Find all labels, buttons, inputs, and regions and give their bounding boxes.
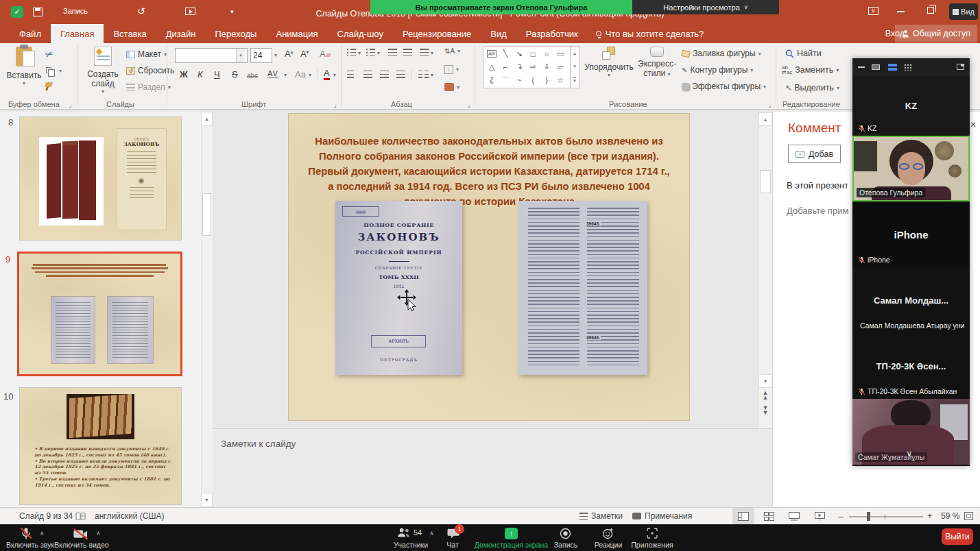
curve-shape-icon[interactable]: ~ [512, 74, 526, 87]
tab-home[interactable]: Главная [51, 24, 104, 43]
ribbon-display-options-icon[interactable]: ∨ [868, 7, 879, 15]
bullets-icon[interactable] [347, 49, 356, 56]
arc-shape-icon[interactable]: ⌒ [499, 74, 512, 87]
slide-body-text[interactable]: Наибольшее количество законодательных ак… [304, 134, 673, 209]
shape-outline-button[interactable]: ✎ Контур фигуры▾ [682, 65, 753, 75]
main-scroll-up-button[interactable]: ▲ [758, 112, 772, 126]
bullets-dropdown-icon[interactable]: ▾ [358, 50, 361, 56]
text-shadow-button[interactable]: abc [247, 72, 258, 79]
participants-button[interactable]: Участники [391, 541, 431, 549]
panel-minimize-icon[interactable] [858, 66, 865, 68]
tell-me-box[interactable]: Что вы хотите сделать? [588, 24, 713, 43]
restore-button[interactable] [927, 7, 934, 14]
slide8-thumbnail[interactable]: СВОДЪ ЗАКОНОВЪ [19, 117, 182, 241]
slide9-thumbnail-selected[interactable] [17, 252, 182, 376]
font-color-button[interactable]: A [324, 68, 330, 80]
copy-icon[interactable] [46, 67, 51, 73]
video-options-chevron-icon[interactable]: ∧ [96, 530, 101, 537]
slide-counter[interactable]: Слайд 9 из 34 [19, 511, 73, 521]
muted-mic-icon[interactable] [19, 527, 33, 540]
fit-slide-to-window-icon[interactable] [964, 512, 973, 520]
zoom-slider-track[interactable] [849, 516, 923, 517]
tab-file[interactable]: Файл [10, 24, 51, 43]
language-indicator[interactable]: английский (США) [95, 511, 164, 521]
shapes-gallery-scrollbar[interactable]: ▴ ▾ ▾ [571, 46, 579, 88]
share-button[interactable]: Общий доступ [895, 25, 977, 42]
mic-options-chevron-icon[interactable]: ∧ [40, 530, 45, 537]
zoom-percentage[interactable]: 59 % [941, 511, 959, 521]
zoom-view-button[interactable]: Вид [949, 3, 978, 20]
section-button[interactable]: Раздел▾ [126, 82, 171, 92]
elbow-connector-icon[interactable]: ⌐ [499, 60, 512, 73]
align-center-icon[interactable] [363, 71, 372, 78]
reactions-icon[interactable] [602, 528, 614, 539]
unmute-button[interactable]: Включить звук [2, 541, 58, 549]
paste-button[interactable]: Вставить ▾ [5, 47, 43, 86]
convert-smartart-button[interactable]: ▾ [444, 83, 459, 91]
columns-dropdown-icon[interactable]: ▾ [431, 72, 433, 78]
line-shape-icon[interactable]: ╲ [499, 47, 512, 60]
tab-animations[interactable]: Анимация [266, 24, 327, 43]
zoom-slider-thumb[interactable] [867, 512, 870, 521]
normal-view-button[interactable] [732, 508, 754, 524]
justify-icon[interactable] [396, 71, 405, 78]
slide-right-image[interactable]: 39645. 39646. [518, 201, 647, 375]
slideshow-view-button[interactable] [809, 508, 830, 524]
zoom-out-button[interactable]: – [838, 511, 844, 522]
copy-dropdown-icon[interactable]: ▾ [59, 68, 62, 74]
leave-meeting-button[interactable]: Выйти [942, 528, 973, 545]
underline-button[interactable]: Ч [214, 69, 220, 79]
align-right-icon[interactable] [380, 71, 389, 78]
zoom-in-button[interactable]: + [927, 511, 933, 521]
strip-view-icon[interactable] [888, 64, 897, 71]
scroll-up-icon[interactable]: ▴ [573, 51, 576, 56]
clipboard-dialog-launcher-icon[interactable]: ⌟ [69, 101, 72, 108]
line-spacing-dropdown-icon[interactable]: ▾ [431, 50, 433, 56]
thumbnails-scrollbar-thumb[interactable] [202, 193, 211, 236]
font-dialog-launcher-icon[interactable]: ⌟ [333, 101, 337, 108]
chevron-down-icon[interactable]: ▾ [236, 49, 245, 62]
elbow-arrow-connector-icon[interactable]: ↴ [512, 60, 526, 73]
flowchart-shape-icon[interactable]: ▱ [553, 60, 567, 73]
numbering-dropdown-icon[interactable]: ▾ [377, 50, 380, 56]
arrow-shape-icon[interactable]: ↘ [512, 47, 526, 60]
font-size-combobox[interactable]: 24 [250, 48, 272, 63]
select-button[interactable]: ↖ Выделить▾ [785, 83, 839, 93]
right-brace-shape-icon[interactable]: } [540, 74, 553, 87]
new-comment-button[interactable]: + Добав [788, 145, 841, 163]
participant-tile-tp[interactable]: ТП-20-3К Әсен... ТП-20-3К Әсен Абылайхан [852, 333, 970, 399]
gallery-more-icon[interactable]: ▾ [573, 77, 576, 84]
left-brace-shape-icon[interactable]: { [526, 74, 540, 87]
star-shape-icon[interactable]: ☆ [553, 74, 567, 87]
slide-canvas[interactable]: Наибольшее количество законодательных ак… [288, 113, 690, 421]
reactions-button[interactable]: Реакции [591, 541, 625, 549]
tab-review[interactable]: Рецензирование [393, 24, 481, 43]
triangle-shape-icon[interactable]: △ [485, 60, 499, 73]
character-spacing-button[interactable]: AV [267, 69, 278, 78]
grow-font-button[interactable]: A▴ [285, 49, 293, 59]
participants-chevron-icon[interactable]: ∧ [429, 530, 434, 537]
start-video-button[interactable]: Включить видео [52, 541, 111, 549]
thumbnails-scroll-down-button[interactable]: ▼ [201, 493, 213, 507]
format-painter-icon[interactable] [45, 82, 53, 87]
font-color-dropdown-icon[interactable]: ▾ [333, 72, 336, 78]
change-case-button[interactable]: Aa [295, 69, 306, 79]
new-slide-button[interactable]: Создать слайд ▾ [83, 47, 123, 95]
reset-button[interactable]: ↺ Сбросить [126, 66, 174, 75]
participant-tile-speaker-video[interactable]: Отепова Гульфира [852, 136, 970, 201]
align-text-button[interactable]: ↕▾ [444, 65, 459, 74]
chat-button[interactable]: Чат [439, 541, 466, 549]
participant-tile-iphone[interactable]: iPhone iPhone [852, 201, 970, 267]
speaker-view-icon[interactable] [872, 64, 880, 70]
slide-left-image[interactable]: ▤▤▤ ПОЛНОЕ СОБРАНІЕ ЗАКОНОВЪ РОССІЙСКОЙ … [335, 201, 462, 375]
font-name-combobox[interactable]: ▾ [175, 48, 248, 63]
apps-button[interactable]: Приложения [631, 541, 673, 549]
arrange-button[interactable]: Упорядочить ▾ [584, 47, 634, 78]
notes-toggle[interactable]: Заметки [591, 511, 623, 521]
tab-transitions[interactable]: Переходы [205, 24, 266, 43]
next-slide-button[interactable]: ▼▼ [758, 406, 772, 415]
muted-camera-icon[interactable] [73, 528, 89, 540]
italic-button[interactable]: К [198, 69, 203, 79]
cut-icon[interactable]: ✂ [44, 47, 55, 60]
shape-fill-button[interactable]: Заливка фигуры▾ [682, 49, 761, 58]
